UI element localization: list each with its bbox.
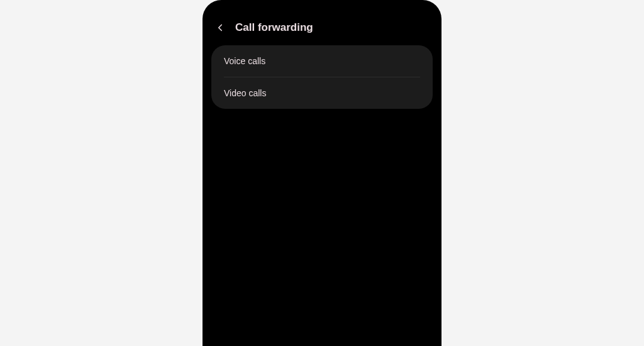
- phone-screen: Call forwarding Voice calls Video calls: [203, 0, 441, 346]
- list-item-label: Voice calls: [224, 56, 420, 66]
- list-item-video-calls[interactable]: Video calls: [211, 77, 433, 109]
- header: Call forwarding: [203, 0, 441, 45]
- back-button[interactable]: [214, 21, 226, 34]
- list-item-label: Video calls: [224, 88, 420, 98]
- options-card: Voice calls Video calls: [211, 45, 433, 109]
- page-title: Call forwarding: [235, 21, 313, 34]
- chevron-left-icon: [214, 22, 226, 33]
- list-item-voice-calls[interactable]: Voice calls: [211, 45, 433, 77]
